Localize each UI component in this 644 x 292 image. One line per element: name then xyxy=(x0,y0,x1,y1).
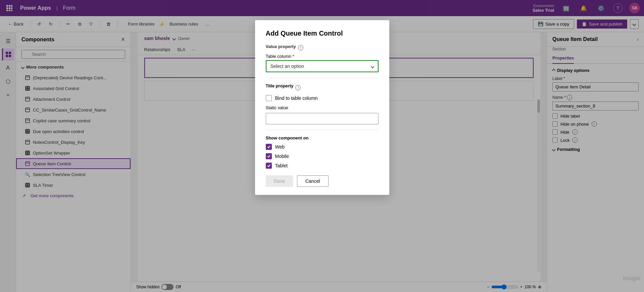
title-property-label: Title property xyxy=(266,83,294,88)
mobile-checkbox[interactable] xyxy=(266,153,272,159)
static-value-label: Static value xyxy=(266,105,379,110)
title-property-header: Title property i xyxy=(266,83,379,92)
done-button: Done xyxy=(266,175,293,187)
value-property-row: Value property i xyxy=(266,44,379,51)
modal-overlay: Add Queue Item Control Value property i … xyxy=(0,0,644,292)
modal-hr-1 xyxy=(266,78,379,78)
bind-table-column-label: Bind to table column xyxy=(275,95,318,101)
static-value-input[interactable] xyxy=(266,113,379,124)
modal-dropdown[interactable]: Select an option xyxy=(266,61,378,72)
show-component-label: Show component on xyxy=(266,135,379,140)
web-checkbox-row: Web xyxy=(266,144,379,150)
value-property-label: Value property xyxy=(266,44,296,49)
modal-title: Add Queue Item Control xyxy=(266,30,379,37)
modal-dropdown-placeholder: Select an option xyxy=(270,64,304,69)
modal-footer: Done Cancel xyxy=(266,175,379,187)
show-component-section: Show component on Web Mobile Tablet xyxy=(266,135,379,169)
modal-dropdown-wrap: Select an option xyxy=(266,60,379,72)
cancel-button[interactable]: Cancel xyxy=(297,175,329,187)
modal: Add Queue Item Control Value property i … xyxy=(255,20,389,195)
modal-hr-2 xyxy=(266,130,379,130)
table-column-required-mark: * xyxy=(293,54,294,59)
web-checkbox[interactable] xyxy=(266,144,272,150)
table-column-label: Table column * xyxy=(266,54,379,59)
tablet-checkbox-row: Tablet xyxy=(266,163,379,169)
title-property-info-icon[interactable]: i xyxy=(295,85,301,90)
web-label: Web xyxy=(275,144,285,150)
modal-dropdown-chevron xyxy=(371,64,374,69)
mobile-label: Mobile xyxy=(275,154,289,159)
tablet-checkbox[interactable] xyxy=(266,163,272,169)
table-column-field: Table column * Select an option xyxy=(266,54,379,72)
static-value-field: Static value xyxy=(266,105,379,124)
bind-table-column-row: Bind to table column xyxy=(266,95,379,101)
value-property-info-icon[interactable]: i xyxy=(298,45,303,50)
bind-table-column-checkbox[interactable] xyxy=(266,95,272,101)
tablet-label: Tablet xyxy=(275,163,288,168)
mobile-checkbox-row: Mobile xyxy=(266,153,379,159)
